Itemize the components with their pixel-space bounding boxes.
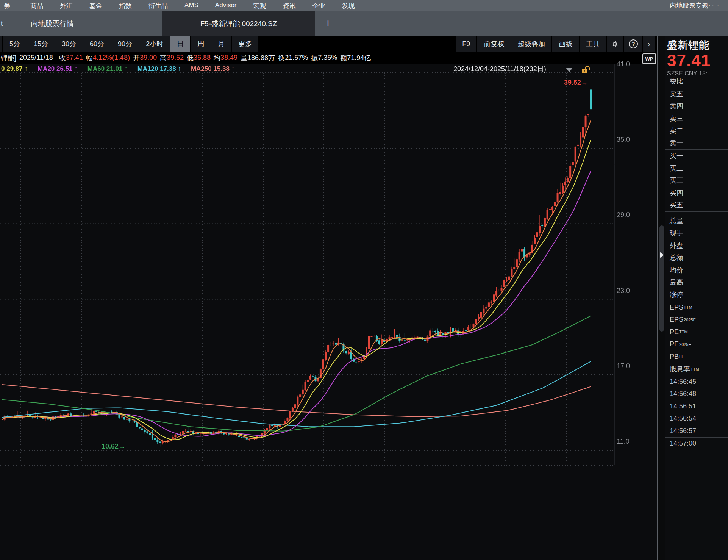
menu-right-link[interactable]: 内地股票专题· 一 — [670, 0, 726, 11]
sidebar-row-label: 股息率 — [670, 364, 690, 374]
wp-badge[interactable]: WP — [642, 53, 656, 64]
menu-item-商品[interactable]: 商品 — [30, 2, 43, 10]
menu-item-AMS[interactable]: AMS — [184, 2, 198, 10]
sidebar-row-label: 14:57:00 — [670, 440, 696, 447]
sidebar-row-买三: 买三 — [665, 174, 728, 187]
sidebar-row-label: PE — [670, 340, 679, 348]
sidebar-row-label: 最高 — [670, 278, 683, 287]
sidebar-row-卖二: 卖二 — [665, 125, 728, 137]
sidebar-row-label: 买一 — [670, 151, 683, 160]
menu-item-发现[interactable]: 发现 — [342, 2, 355, 10]
top-menu-bar: 券 商品外汇基金指数衍生品AMSAdvisor宏观资讯企业发现 内地股票专题· … — [0, 0, 728, 11]
menu-item-外汇[interactable]: 外汇 — [60, 2, 73, 10]
sidebar-row-卖三: 卖三 — [665, 113, 728, 125]
menu-left-fragment: 券 — [4, 2, 14, 10]
ma-legend-item: MA120 17.38 ↑ — [137, 65, 181, 73]
toolbar-button-F9[interactable]: F9 — [456, 36, 476, 52]
sidebar-row-14:56:45: 14:56:45 — [665, 375, 728, 388]
unlock-icon[interactable] — [582, 66, 589, 74]
menu-item-基金[interactable]: 基金 — [89, 2, 102, 10]
splitter-thumb[interactable] — [659, 225, 664, 332]
period-button-15分[interactable]: 15分 — [27, 36, 55, 52]
stock-name: 盛新锂能 — [667, 38, 728, 52]
period-button-周[interactable]: 周 — [191, 36, 211, 52]
last-price: 37.41 — [667, 52, 728, 69]
menu-items: 商品外汇基金指数衍生品AMSAdvisor宏观资讯企业发现 — [30, 2, 355, 10]
expand-panel-icon[interactable] — [660, 252, 664, 258]
toolbar-button-画线[interactable]: 画线 — [552, 36, 579, 52]
add-tab-button[interactable]: + — [317, 11, 339, 36]
info-value: 71.94亿 — [347, 53, 371, 63]
tab-active-stock[interactable]: F5-盛新锂能 002240.SZ — [162, 11, 315, 36]
info-value: 36.88 — [194, 54, 211, 62]
menu-item-资讯[interactable]: 资讯 — [283, 2, 296, 10]
info-label: 幅 — [86, 53, 93, 63]
sidebar-row-label: 外盘 — [670, 241, 683, 250]
sidebar-row-label: PE — [670, 328, 679, 336]
date-range-label[interactable]: 2024/12/04-2025/11/18(232日) — [453, 64, 557, 75]
toolbar-button-前复权[interactable]: 前复权 — [477, 36, 511, 52]
trading-terminal: { "menu": { "left_fragment": "券", "items… — [0, 0, 728, 560]
sidebar-row-label: 买五 — [670, 200, 683, 210]
period-button-30分[interactable]: 30分 — [55, 36, 83, 52]
candlestick-chart[interactable] — [0, 64, 657, 469]
info-value: 186.88万 — [247, 53, 275, 63]
info-value: 21.57% — [285, 54, 308, 62]
chevron-right-icon: › — [648, 36, 650, 52]
info-value: 38.49 — [220, 54, 237, 62]
y-axis-tick: 17.0 — [617, 362, 643, 370]
period-button-90分[interactable]: 90分 — [111, 36, 139, 52]
info-label: 额 — [340, 53, 347, 63]
expand-toolbar-button[interactable]: › — [643, 36, 655, 52]
menu-item-衍生品[interactable]: 衍生品 — [148, 2, 168, 10]
sidebar-row-label: 买四 — [670, 188, 683, 197]
settings-button[interactable] — [607, 36, 623, 52]
period-button-5分[interactable]: 5分 — [3, 36, 27, 52]
chart-toolbar: 5分15分30分60分90分2小时日周月更多 F9前复权超级叠加画线工具 ? › — [0, 36, 657, 52]
sidebar-row-label: 均价 — [670, 266, 683, 275]
sidebar-row-label: 卖四 — [670, 102, 683, 111]
chevron-down-icon[interactable] — [566, 68, 573, 72]
period-button-60分[interactable]: 60分 — [83, 36, 111, 52]
menu-item-宏观[interactable]: 宏观 — [253, 2, 266, 10]
y-axis-tick: 41.0 — [617, 60, 643, 68]
quote-sidebar: 盛新锂能 37.41 SZSE CNY 15: 委比卖五卖四卖三卖二卖一买一买二… — [665, 36, 728, 560]
sidebar-row-label: 总量 — [670, 216, 683, 225]
menu-item-指数[interactable]: 指数 — [119, 2, 132, 10]
period-buttons: 5分15分30分60分90分2小时日周月更多 — [3, 36, 259, 52]
sidebar-group: 14:57:00 — [665, 437, 728, 451]
panel-splitter[interactable] — [657, 36, 665, 560]
sidebar-row-卖五: 卖五 — [665, 88, 728, 100]
toolbar-button-工具[interactable]: 工具 — [580, 36, 606, 52]
period-button-更多[interactable]: 更多 — [232, 36, 258, 52]
period-button-2小时[interactable]: 2小时 — [139, 36, 170, 52]
info-label: 均 — [214, 53, 220, 63]
sidebar-row-外盘: 外盘 — [665, 239, 728, 252]
period-button-月[interactable]: 月 — [211, 36, 231, 52]
sidebar-row-label: 涨停 — [670, 290, 683, 299]
sidebar-row-label: 卖二 — [670, 126, 683, 135]
info-label: 换 — [278, 53, 285, 63]
sidebar-row-最高: 最高 — [665, 276, 728, 289]
sidebar-row-label: 14:56:57 — [670, 427, 696, 435]
quote-date: 2025/11/18 — [19, 54, 53, 62]
sidebar-row-PB: PBLF — [665, 350, 728, 363]
sidebar-group: 14:56:4514:56:4814:56:5114:56:5414:56:57 — [665, 375, 728, 437]
sidebar-row-label: 买二 — [670, 164, 683, 173]
sidebar-row-label: 委比 — [670, 77, 683, 86]
sidebar-row-14:56:51: 14:56:51 — [665, 400, 728, 413]
toolbar-button-超级叠加[interactable]: 超级叠加 — [511, 36, 551, 52]
menu-item-企业[interactable]: 企业 — [312, 2, 325, 10]
menu-item-Advisor[interactable]: Advisor — [215, 2, 237, 10]
ma-legend: 0 29.87 ↑MA20 26.51 ↑MA60 21.01 ↑MA120 1… — [1, 65, 234, 73]
sidebar-row-EPS: EPSTTM — [665, 301, 728, 314]
ma-legend-item: MA60 21.01 ↑ — [87, 65, 128, 73]
sidebar-row-label: 14:56:48 — [670, 390, 696, 398]
period-button-日[interactable]: 日 — [170, 36, 190, 52]
help-button[interactable]: ? — [624, 36, 642, 52]
sidebar-row-label: EPS — [670, 316, 683, 324]
info-label: 开 — [133, 53, 140, 63]
tab-mainland-stocks[interactable]: 内地股票行情 — [9, 11, 162, 36]
sidebar-row-均价: 均价 — [665, 264, 728, 277]
sidebar-row-14:57:00: 14:57:00 — [665, 438, 728, 450]
